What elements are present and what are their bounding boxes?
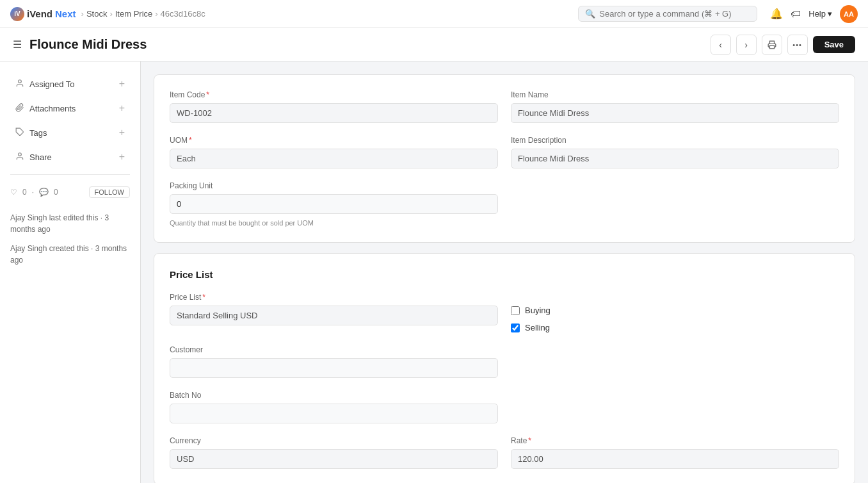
- follow-button[interactable]: FOLLOW: [89, 186, 130, 198]
- checkbox-group: Buying Selling: [511, 293, 839, 332]
- stats-dot: ·: [32, 188, 34, 197]
- activity-item-1: Ajay Singh last edited this · 3 months a…: [10, 212, 130, 235]
- buying-checkbox-item: Buying: [511, 306, 839, 315]
- customer-label: Customer: [170, 345, 498, 354]
- rate-group: Rate*: [511, 436, 839, 469]
- packing-unit-hint: Quantity that must be bought or sold per…: [170, 219, 498, 227]
- price-list-input[interactable]: [170, 306, 498, 325]
- comments-count: 0: [54, 188, 58, 197]
- assigned-to-add-icon[interactable]: +: [119, 78, 125, 90]
- breadcrumb-stock[interactable]: Stock: [86, 9, 108, 19]
- selling-checkbox[interactable]: [511, 323, 520, 332]
- batch-no-group: Batch No: [170, 391, 498, 423]
- packing-unit-spacer: [511, 181, 839, 227]
- currency-label: Currency: [170, 436, 498, 445]
- rate-input[interactable]: [511, 449, 839, 469]
- uom-input[interactable]: [170, 149, 498, 168]
- help-label: Help: [808, 9, 826, 19]
- next-button[interactable]: ›: [736, 35, 757, 55]
- spacer-right-2: [511, 391, 839, 423]
- sidebar: Assigned To + Attachments + Tags + Share…: [0, 61, 141, 483]
- price-list-section: Price List Price List* Buying Selling: [154, 253, 855, 483]
- help-chevron-icon: ▾: [828, 9, 832, 19]
- logo-text: iVend: [27, 8, 52, 19]
- search-box[interactable]: 🔍: [578, 6, 757, 22]
- rate-label: Rate*: [511, 436, 839, 445]
- svg-rect-0: [769, 45, 774, 49]
- item-name-group: Item Name: [511, 90, 839, 123]
- assigned-to-label: Assigned To: [29, 79, 114, 89]
- more-options-button[interactable]: •••: [787, 35, 808, 55]
- tags-label: Tags: [29, 128, 114, 138]
- print-button[interactable]: [762, 35, 782, 55]
- search-icon: 🔍: [585, 9, 595, 19]
- packing-unit-label: Packing Unit: [170, 181, 498, 190]
- menu-icon[interactable]: ☰: [13, 38, 22, 51]
- content-area: Item Code* Item Name UOM* Item Descripti…: [141, 61, 868, 483]
- assigned-to-icon: [15, 79, 24, 90]
- buying-label[interactable]: Buying: [525, 306, 551, 315]
- price-list-group: Price List*: [170, 293, 498, 332]
- avatar[interactable]: AA: [840, 5, 858, 23]
- attachments-icon: [15, 103, 24, 114]
- packing-unit-input[interactable]: [170, 194, 498, 214]
- tags-icon: [15, 127, 24, 138]
- prev-button[interactable]: ‹: [711, 35, 731, 55]
- selling-checkbox-item: Selling: [511, 323, 839, 332]
- main-layout: Assigned To + Attachments + Tags + Share…: [0, 61, 868, 483]
- page-title: Flounce Midi Dress: [29, 37, 147, 52]
- selling-label[interactable]: Selling: [525, 323, 550, 332]
- breadcrumb-id: 46c3d16c8c: [161, 9, 205, 19]
- uom-group: UOM*: [170, 136, 498, 168]
- sidebar-item-attachments[interactable]: Attachments +: [5, 96, 135, 120]
- logo-icon: iV: [10, 7, 24, 21]
- logo-next: Next: [55, 8, 76, 19]
- buying-checkbox[interactable]: [511, 306, 520, 315]
- item-description-group: Item Description: [511, 136, 839, 168]
- share-add-icon[interactable]: +: [119, 151, 125, 163]
- item-name-input[interactable]: [511, 103, 839, 123]
- search-input[interactable]: [599, 9, 750, 19]
- customer-group: Customer: [170, 345, 498, 378]
- sidebar-stats: ♡ 0 · 💬 0 FOLLOW: [0, 180, 140, 204]
- sidebar-item-tags[interactable]: Tags +: [5, 120, 135, 145]
- spacer-right: [511, 345, 839, 378]
- attachments-add-icon[interactable]: +: [119, 102, 125, 114]
- tags-add-icon[interactable]: +: [119, 127, 125, 138]
- tag-icon[interactable]: 🏷: [791, 8, 801, 20]
- help-button[interactable]: Help ▾: [808, 9, 832, 19]
- sidebar-divider: [10, 174, 130, 175]
- form-grid-price: Price List* Buying Selling Customer: [170, 293, 839, 469]
- item-description-label: Item Description: [511, 136, 839, 145]
- breadcrumb-item-price[interactable]: Item Price: [115, 9, 153, 19]
- share-icon: [15, 152, 24, 163]
- breadcrumb-sep-3: ›: [155, 9, 157, 19]
- customer-input[interactable]: [170, 358, 498, 378]
- packing-unit-group: Packing Unit Quantity that must be bough…: [170, 181, 498, 227]
- item-code-input[interactable]: [170, 103, 498, 123]
- sidebar-item-assigned-to[interactable]: Assigned To +: [5, 72, 135, 96]
- page-header: ☰ Flounce Midi Dress ‹ › ••• Save: [0, 28, 868, 61]
- breadcrumb-sep-2: ›: [109, 9, 112, 19]
- item-code-label: Item Code*: [170, 90, 498, 99]
- form-grid-top: Item Code* Item Name UOM* Item Descripti…: [170, 90, 839, 227]
- item-description-input[interactable]: [511, 149, 839, 168]
- price-list-title: Price List: [170, 269, 839, 280]
- app-logo[interactable]: iV iVendNext: [10, 7, 76, 21]
- header-actions: ‹ › ••• Save: [711, 35, 855, 55]
- batch-no-label: Batch No: [170, 391, 498, 400]
- main-form-section: Item Code* Item Name UOM* Item Descripti…: [154, 74, 855, 243]
- batch-no-input[interactable]: [170, 404, 498, 423]
- top-nav: iV iVendNext › Stock › Item Price › 46c3…: [0, 0, 868, 28]
- uom-label: UOM*: [170, 136, 498, 145]
- svg-point-3: [19, 152, 22, 156]
- sidebar-activity: Ajay Singh last edited this · 3 months a…: [0, 204, 140, 281]
- like-icon: ♡: [10, 188, 17, 197]
- save-button[interactable]: Save: [813, 36, 855, 53]
- item-code-group: Item Code*: [170, 90, 498, 123]
- breadcrumb: › Stock › Item Price › 46c3d16c8c: [81, 9, 205, 19]
- bell-icon[interactable]: 🔔: [770, 8, 783, 20]
- sidebar-item-share[interactable]: Share +: [5, 145, 135, 169]
- currency-group: Currency: [170, 436, 498, 469]
- currency-input[interactable]: [170, 449, 498, 469]
